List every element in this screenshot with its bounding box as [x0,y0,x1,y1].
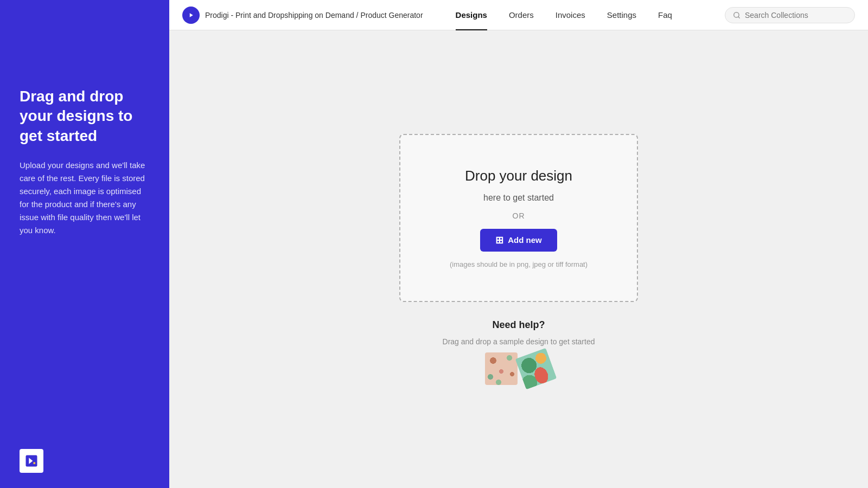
drop-zone-subtitle: here to get started [483,193,554,203]
sidebar-footer [0,434,63,488]
main-content: Drop your design here to get started OR … [169,30,868,488]
sidebar-logo-bottom [20,449,43,473]
svg-line-6 [738,16,740,18]
drop-zone-title: Drop your design [465,168,572,184]
topbar-title: Prodigi - Print and Dropshipping on Dema… [205,11,423,20]
topbar-nav: Designs Orders Invoices Settings Faq [436,0,712,30]
sidebar-body: Upload your designs and we'll take care … [20,159,150,237]
nav-item-faq[interactable]: Faq [647,0,683,30]
drop-zone-hint: (images should be in png, jpeg or tiff f… [450,260,588,268]
topbar-brand: Prodigi - Print and Dropshipping on Dema… [169,7,436,24]
drop-zone[interactable]: Drop your design here to get started OR … [399,134,638,302]
add-new-label: Add new [508,235,542,245]
add-new-button[interactable]: ⊞ Add new [480,229,557,252]
sample-image-1[interactable] [485,352,518,385]
sidebar-heading: Drag and drop your designs to get starte… [20,87,150,146]
sample-image-2[interactable] [515,348,557,389]
main-area: Prodigi - Print and Dropshipping on Dema… [169,0,868,488]
sample-images [485,352,552,385]
sidebar: Drag and drop your designs to get starte… [0,0,169,488]
nav-item-orders[interactable]: Orders [498,0,545,30]
help-subtitle: Drag and drop a sample design to get sta… [443,337,595,346]
add-icon: ⊞ [495,235,503,245]
search-box [725,7,855,23]
svg-rect-2 [34,462,36,464]
drop-zone-or-label: OR [513,211,525,220]
search-icon [733,11,741,19]
topbar: Prodigi - Print and Dropshipping on Dema… [169,0,868,30]
prodigi-logo-bottom-icon [24,453,39,468]
nav-item-designs[interactable]: Designs [445,0,498,30]
prodigi-logo-svg [186,10,196,20]
nav-item-invoices[interactable]: Invoices [545,0,596,30]
prodigi-logo-icon [182,7,200,24]
help-section: Need help? Drag and drop a sample design… [443,319,595,385]
help-title: Need help? [492,319,545,331]
search-input[interactable] [745,11,847,20]
nav-item-settings[interactable]: Settings [596,0,647,30]
topbar-search [712,7,868,23]
